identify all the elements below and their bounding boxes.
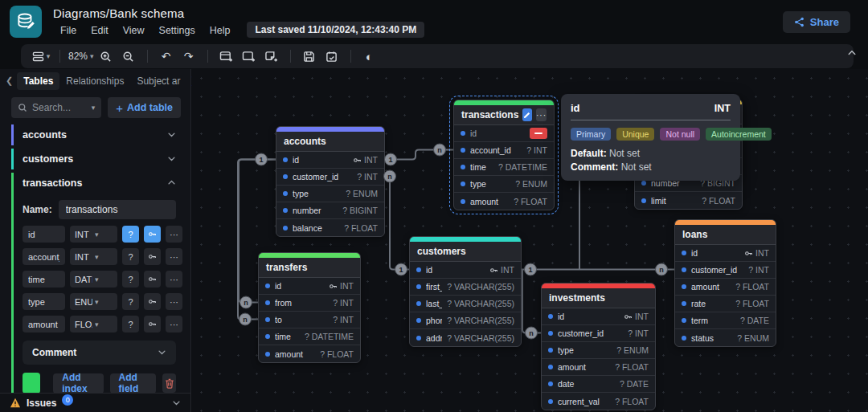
relationship-line[interactable] [385,177,409,270]
relationship-line[interactable] [579,166,634,270]
add-area-tool-button[interactable] [239,47,260,66]
relationship-line[interactable] [522,270,541,333]
field-nullable-toggle[interactable]: ? [122,271,139,288]
field-type-select[interactable]: INT▾ [70,226,117,243]
entity-table-transfers[interactable]: transfersid INTfrom? INTto? INTtime? DAT… [258,252,361,363]
table-field-row[interactable]: time? DATETIME [259,328,360,345]
theme-toggle-button[interactable]: ◐ [359,47,380,66]
menu-item-file[interactable]: File [53,23,84,38]
search-input[interactable] [32,102,87,113]
comment-section[interactable]: Comment [23,341,176,365]
table-field-row[interactable]: amount? FLOAT [259,345,360,362]
accordion-header-transactions[interactable]: transactions [14,173,182,194]
tab-subject-ar[interactable]: Subject ar [130,72,186,90]
field-more-button[interactable]: ··· [166,248,182,265]
add-index-button[interactable]: Add index [53,373,103,394]
delete-field-button[interactable] [530,128,547,139]
field-nullable-toggle[interactable]: ? [122,316,139,332]
field-primary-toggle[interactable] [144,226,161,243]
menu-item-settings[interactable]: Settings [152,23,203,38]
table-field-row[interactable]: id INT [542,308,655,325]
table-field-row[interactable]: address? VARCHAR(255) [410,329,521,346]
entity-table-accounts[interactable]: accountsid INTcustomer_id? INTtype? ENUM… [276,126,385,237]
field-more-button[interactable]: ··· [166,226,182,243]
field-name-input[interactable] [23,226,65,243]
table-field-row[interactable]: date? DATE [542,376,655,393]
field-nullable-toggle[interactable]: ? [122,226,139,243]
field-type-select[interactable]: DATE...▾ [70,271,117,288]
zoom-in-button[interactable] [96,47,117,66]
entity-table-transactions[interactable]: transactions···idaccount_id? INTtime? DA… [453,100,555,210]
table-field-row[interactable]: customer_id? INT [276,169,384,186]
table-field-row[interactable]: amount? FLOAT [675,279,776,296]
save-button[interactable] [299,47,320,66]
field-primary-toggle[interactable] [144,248,161,265]
table-field-row[interactable]: id INT [410,262,521,279]
menu-item-help[interactable]: Help [203,23,238,38]
table-field-row[interactable]: term? DATE [675,312,776,329]
field-more-button[interactable]: ··· [166,293,182,310]
table-field-row[interactable]: limit? FLOAT [635,192,742,209]
field-more-button[interactable]: ··· [166,316,182,332]
entity-table-loans[interactable]: loansid INTcustomer_id? INTamount? FLOAT… [674,219,776,347]
field-type-select[interactable]: FLOAT▾ [70,316,117,332]
todo-button[interactable] [321,47,342,66]
table-field-row[interactable]: phone? VARCHAR(255) [410,312,521,329]
table-field-row[interactable]: account_id? INT [454,142,554,159]
field-name-input[interactable] [23,293,65,310]
table-search[interactable]: ▾ [11,97,101,118]
tabs-scroll-left-button[interactable]: ❮ [3,75,15,86]
entity-table-customers[interactable]: customersid INTfirst_na...? VARCHAR(255)… [409,236,522,347]
add-field-button[interactable]: Add field [110,373,157,394]
diagram-canvas[interactable]: 11nn11nnnnn id INT PrimaryUniqueNot null… [192,69,868,412]
delete-table-button[interactable] [162,373,176,393]
add-table-tool-button[interactable] [216,47,237,66]
field-type-select[interactable]: INT▾ [70,248,117,265]
table-field-row[interactable]: last_na...? VARCHAR(255) [410,296,521,312]
table-field-row[interactable]: number? BIGINT [276,202,384,219]
redo-button[interactable]: ↷ [178,47,199,66]
table-color-swatch[interactable] [23,373,40,393]
table-field-row[interactable]: id INT [276,152,384,169]
table-field-row[interactable]: type? ENUM [542,342,655,359]
field-name-input[interactable] [23,316,65,332]
field-primary-toggle[interactable] [144,293,161,310]
field-nullable-toggle[interactable]: ? [122,248,139,265]
menu-item-view[interactable]: View [116,23,152,38]
field-name-input[interactable] [23,248,65,265]
table-name-input[interactable] [59,200,176,219]
zoom-level-dropdown[interactable]: 82% ▾ [68,47,94,66]
field-name-input[interactable] [23,271,65,288]
tab-tables[interactable]: Tables [17,72,59,90]
table-field-row[interactable]: first_na...? VARCHAR(255) [410,279,521,296]
table-field-row[interactable]: balance? FLOAT [276,219,384,236]
table-field-row[interactable]: amount? FLOAT [454,193,554,210]
app-logo-icon[interactable] [10,6,42,38]
table-field-row[interactable]: type? ENUM [276,186,384,202]
table-field-row[interactable]: type? ENUM [454,176,554,193]
diagram-menu-button[interactable]: ▾ [31,47,51,66]
table-field-row[interactable]: customer_id? INT [542,325,655,342]
field-primary-toggle[interactable] [144,271,161,288]
field-type-select[interactable]: ENUM▾ [70,293,117,310]
add-table-button[interactable]: + Add table [108,97,181,118]
menu-item-edit[interactable]: Edit [84,23,116,38]
table-field-row[interactable]: customer_id? INT [675,262,776,279]
table-field-row[interactable]: rate? FLOAT [675,296,776,312]
table-more-button[interactable]: ··· [536,108,547,121]
table-field-row[interactable]: to? INT [259,312,360,328]
edit-table-button[interactable] [522,108,532,121]
field-nullable-toggle[interactable]: ? [122,293,139,310]
table-field-row[interactable]: amount? FLOAT [542,359,655,376]
add-note-tool-button[interactable] [261,47,282,66]
field-more-button[interactable]: ··· [166,271,182,288]
table-field-row[interactable]: status? ENUM [675,329,776,346]
table-field-row[interactable]: time? DATETIME [454,159,554,176]
accordion-header-accounts[interactable]: accounts [14,124,182,145]
relationship-line[interactable] [385,150,453,160]
table-field-row[interactable]: id INT [259,278,360,295]
zoom-out-button[interactable] [118,47,139,66]
toolbar-collapse-button[interactable] [847,47,857,61]
table-field-row[interactable]: from? INT [259,295,360,312]
tab-relationships[interactable]: Relationships [59,72,130,90]
